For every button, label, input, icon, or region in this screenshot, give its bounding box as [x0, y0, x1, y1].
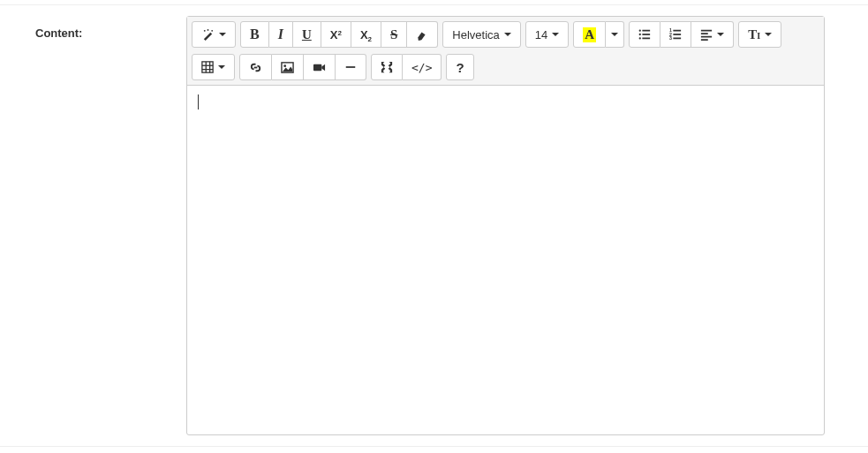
video-icon	[313, 61, 326, 74]
video-button[interactable]	[304, 54, 336, 80]
svg-rect-15	[701, 30, 712, 32]
code-icon: </>	[411, 61, 432, 74]
help-button[interactable]: ?	[446, 54, 473, 80]
magic-icon	[201, 28, 215, 42]
svg-rect-16	[701, 33, 708, 34]
paragraph-group: 123	[629, 21, 734, 48]
style-dropdown-button[interactable]	[192, 21, 236, 48]
clear-format-button[interactable]	[407, 21, 438, 48]
fontname-group: Helvetica	[442, 21, 520, 48]
minus-icon	[344, 61, 357, 73]
question-icon: ?	[456, 60, 464, 75]
content-form-row: Content: B	[0, 4, 868, 447]
align-left-icon	[700, 28, 713, 41]
editor-content-area[interactable]	[187, 86, 824, 434]
picture-icon	[281, 61, 294, 74]
table-dropdown-button[interactable]	[192, 54, 235, 80]
italic-icon: I	[278, 26, 283, 42]
color-dropdown-button[interactable]	[606, 21, 624, 48]
unordered-list-button[interactable]	[629, 21, 660, 48]
caret-icon	[552, 33, 559, 36]
help-group: ?	[446, 54, 473, 80]
content-label: Content:	[35, 26, 82, 40]
table-icon	[201, 61, 214, 73]
fullscreen-button[interactable]	[371, 54, 403, 80]
svg-rect-6	[643, 34, 651, 35]
svg-rect-10	[674, 30, 682, 32]
svg-point-5	[639, 34, 641, 35]
hr-button[interactable]	[336, 54, 366, 80]
style-group	[192, 21, 236, 48]
strikethrough-icon: S	[390, 27, 397, 42]
strikethrough-button[interactable]: S	[381, 21, 407, 48]
bold-icon: B	[250, 26, 260, 42]
arrows-alt-icon	[381, 61, 393, 73]
svg-rect-27	[313, 64, 321, 71]
paragraph-dropdown-button[interactable]	[691, 21, 734, 48]
svg-rect-19	[202, 62, 213, 72]
picture-button[interactable]	[272, 54, 304, 80]
list-ul-icon	[638, 28, 651, 41]
bold-button[interactable]: B	[240, 21, 269, 48]
caret-icon	[504, 33, 511, 36]
editor-column: B I U X2 X2 S	[186, 16, 825, 435]
caret-icon	[717, 33, 724, 36]
italic-button[interactable]: I	[269, 21, 293, 48]
line-height-icon: TI	[748, 27, 760, 42]
ordered-list-button[interactable]: 123	[660, 21, 691, 48]
svg-point-2	[211, 29, 213, 31]
svg-point-3	[639, 29, 641, 31]
color-group: A	[573, 21, 624, 48]
superscript-icon: X2	[330, 28, 342, 42]
recent-color-button[interactable]: A	[573, 21, 606, 48]
subscript-button[interactable]: X2	[351, 21, 381, 48]
editor-toolbar: B I U X2 X2 S	[187, 17, 824, 86]
superscript-button[interactable]: X2	[321, 21, 351, 48]
svg-rect-28	[346, 66, 356, 68]
caret-icon	[611, 33, 618, 36]
fontsize-label: 14	[535, 28, 547, 42]
codeview-button[interactable]: </>	[403, 54, 442, 80]
list-ol-icon: 123	[669, 28, 682, 41]
svg-rect-14	[674, 38, 682, 40]
underline-icon: U	[302, 27, 312, 42]
svg-rect-18	[701, 39, 708, 41]
caret-icon	[765, 33, 772, 36]
svg-text:3: 3	[669, 35, 672, 41]
fontsize-dropdown-button[interactable]: 14	[525, 21, 569, 48]
svg-point-1	[208, 28, 209, 30]
svg-rect-8	[643, 38, 651, 40]
text-cursor	[198, 94, 199, 109]
wysiwyg-editor: B I U X2 X2 S	[186, 16, 825, 435]
view-group: </>	[371, 54, 442, 80]
fontsize-group: 14	[525, 21, 569, 48]
svg-point-26	[283, 64, 286, 67]
subscript-icon: X2	[360, 28, 372, 42]
caret-icon	[218, 65, 225, 69]
link-icon	[249, 61, 262, 74]
fontname-label: Helvetica	[452, 28, 499, 42]
link-button[interactable]	[239, 54, 272, 80]
font-color-icon: A	[583, 27, 596, 42]
underline-button[interactable]: U	[293, 21, 321, 48]
height-group: TI	[738, 21, 781, 48]
svg-rect-17	[701, 36, 712, 38]
line-height-dropdown-button[interactable]: TI	[738, 21, 781, 48]
svg-point-0	[204, 29, 206, 31]
eraser-icon	[416, 28, 428, 41]
font-style-group: B I U X2 X2 S	[240, 21, 438, 48]
svg-point-7	[639, 37, 641, 39]
svg-rect-4	[643, 30, 651, 32]
table-group	[192, 54, 235, 80]
fontname-dropdown-button[interactable]: Helvetica	[442, 21, 520, 48]
caret-icon	[219, 33, 226, 36]
svg-rect-12	[674, 34, 682, 35]
label-column: Content:	[0, 16, 186, 435]
insert-group	[239, 54, 366, 80]
